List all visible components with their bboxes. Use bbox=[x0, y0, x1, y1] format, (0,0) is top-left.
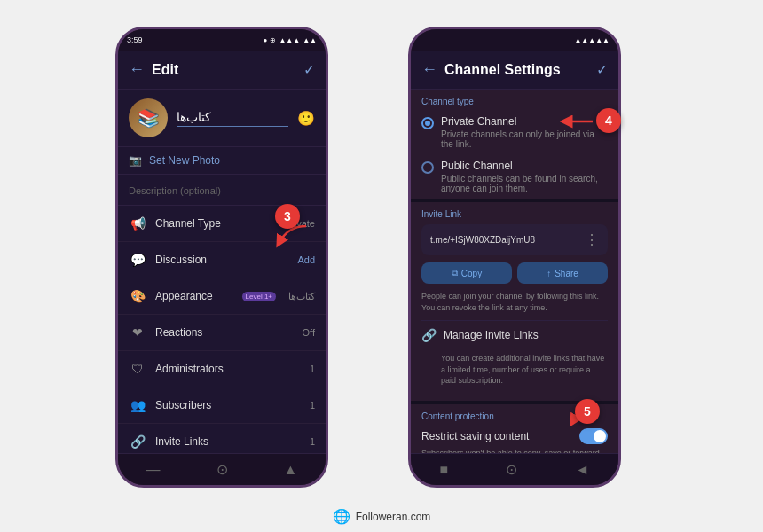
set-photo-label: Set New Photo bbox=[149, 154, 220, 167]
admins-icon: 🛡 bbox=[129, 360, 146, 378]
public-channel-label: Public Channel bbox=[441, 160, 608, 172]
status-time-1: 3:59 bbox=[127, 35, 143, 44]
arrow-4 bbox=[548, 111, 597, 133]
confirm-button-1[interactable]: ✓ bbox=[303, 61, 315, 78]
admins-value: 1 bbox=[310, 364, 315, 374]
reactions-value: Off bbox=[303, 327, 315, 338]
appearance-label: Appearance bbox=[155, 290, 233, 302]
public-channel-option[interactable]: Public Channel Public channels can be fo… bbox=[411, 154, 618, 199]
camera-icon: 📷 bbox=[129, 154, 142, 167]
header-2: ← Channel Settings ✓ bbox=[411, 51, 618, 90]
back-button-2[interactable]: ← bbox=[421, 60, 437, 79]
emoji-button[interactable]: 🙂 bbox=[297, 110, 315, 127]
step-5-badge: 5 bbox=[575, 399, 600, 424]
admins-label: Administrators bbox=[155, 363, 301, 375]
page-title-2: Channel Settings bbox=[444, 62, 596, 78]
channel-name[interactable]: کتاب‌ها bbox=[177, 110, 288, 127]
menu-item-invite-links[interactable]: 🔗 Invite Links 1 bbox=[118, 424, 326, 453]
channel-type-label: Channel Type bbox=[155, 217, 276, 230]
share-button[interactable]: ↑ Share bbox=[517, 262, 608, 284]
invite-links-value: 1 bbox=[310, 436, 315, 447]
footer-text: Followeran.com bbox=[356, 511, 431, 523]
channel-type-section: Channel type Private Channel Private cha… bbox=[411, 90, 618, 199]
manage-links-label: Manage Invite Links bbox=[444, 329, 539, 341]
invite-link-section: Invite Link t.me/+ISjW80XZDaijYmU8 ⋮ ⧉ C… bbox=[411, 199, 618, 401]
restrict-row: Restrict saving content bbox=[421, 428, 608, 444]
invite-link-description: People can join your channel by followin… bbox=[421, 291, 608, 313]
public-channel-desc: Public channels can be found in search, … bbox=[441, 174, 608, 193]
appearance-icon: 🎨 bbox=[129, 287, 146, 305]
bottom-nav-2: ■ ⊙ ◄ bbox=[411, 453, 618, 485]
reactions-icon: ❤ bbox=[129, 324, 146, 341]
discussion-label: Discussion bbox=[155, 254, 288, 266]
level-badge: Level 1+ bbox=[242, 292, 276, 301]
nav-back-1[interactable]: — bbox=[146, 462, 161, 478]
profile-section: 📚 کتاب‌ها 🙂 bbox=[118, 90, 326, 147]
invite-links-icon: 🔗 bbox=[129, 433, 146, 450]
page-title-1: Edit bbox=[152, 62, 303, 78]
discussion-icon: 💬 bbox=[129, 251, 146, 269]
footer-watermark: 🌐 Followeran.com bbox=[333, 508, 431, 525]
manage-invite-links-row[interactable]: 🔗 Manage Invite Links bbox=[421, 320, 608, 349]
menu-item-appearance[interactable]: 🎨 Appearance Level 1+ کتاب‌ها bbox=[118, 278, 326, 315]
invite-links-label: Invite Links bbox=[155, 435, 301, 448]
nav-forward-1[interactable]: ▲ bbox=[284, 462, 298, 478]
nav-home-1[interactable]: ⊙ bbox=[216, 461, 228, 478]
description-placeholder: Description (optional) bbox=[129, 185, 221, 196]
confirm-button-2[interactable]: ✓ bbox=[596, 61, 608, 78]
copy-label: Copy bbox=[461, 269, 482, 278]
menu-item-reactions[interactable]: ❤ Reactions Off bbox=[118, 315, 326, 351]
reactions-label: Reactions bbox=[155, 326, 294, 339]
header-1: ← Edit ✓ bbox=[118, 51, 326, 90]
restrict-label: Restrict saving content bbox=[421, 430, 529, 442]
invite-link-text: t.me/+ISjW80XZDaijYmU8 bbox=[430, 235, 535, 245]
invite-link-header: Invite Link bbox=[421, 209, 608, 224]
description-row[interactable]: Description (optional) bbox=[118, 175, 326, 206]
share-icon: ↑ bbox=[547, 269, 551, 278]
back-button-1[interactable]: ← bbox=[129, 60, 145, 79]
nav-back-2[interactable]: ■ bbox=[440, 462, 449, 478]
public-channel-radio[interactable] bbox=[421, 161, 434, 174]
step-4-badge: 4 bbox=[596, 108, 621, 133]
appearance-value: کتاب‌ها bbox=[288, 291, 315, 302]
manage-links-icon: 🔗 bbox=[421, 328, 437, 342]
manage-links-description: You can create additional invite links t… bbox=[421, 349, 608, 394]
nav-forward-2[interactable]: ◄ bbox=[576, 462, 590, 478]
copy-button[interactable]: ⧉ Copy bbox=[421, 262, 512, 284]
nav-home-2[interactable]: ⊙ bbox=[506, 461, 517, 478]
step-3-badge: 3 bbox=[275, 204, 300, 229]
channel-type-icon: 📢 bbox=[129, 215, 146, 232]
status-bar-1: 3:59 ●⊕▲▲▲▲▲ bbox=[118, 29, 326, 51]
status-icons-1: ●⊕▲▲▲▲▲ bbox=[264, 36, 317, 44]
invite-link-box: t.me/+ISjW80XZDaijYmU8 ⋮ bbox=[421, 224, 608, 255]
status-icons-2: ▲▲▲▲▲ bbox=[574, 36, 610, 44]
subscribers-label: Subscribers bbox=[155, 399, 301, 411]
private-channel-radio[interactable] bbox=[421, 117, 434, 129]
invite-buttons: ⧉ Copy ↑ Share bbox=[421, 262, 608, 284]
bottom-nav-1: — ⊙ ▲ bbox=[118, 453, 326, 485]
menu-item-subscribers[interactable]: 👥 Subscribers 1 bbox=[118, 387, 326, 424]
globe-icon: 🌐 bbox=[333, 508, 350, 525]
subscribers-value: 1 bbox=[310, 400, 315, 411]
content-protection-toggle[interactable] bbox=[579, 428, 608, 444]
avatar: 📚 bbox=[129, 98, 168, 137]
copy-icon: ⧉ bbox=[452, 268, 458, 278]
discussion-value: Add bbox=[297, 254, 315, 265]
status-bar-2: ▲▲▲▲▲ bbox=[411, 29, 618, 51]
share-label: Share bbox=[555, 269, 578, 278]
phone1: 3:59 ●⊕▲▲▲▲▲ ← Edit ✓ 📚 کتاب‌ها 🙂 📷 Set … bbox=[115, 27, 328, 488]
invite-link-menu[interactable]: ⋮ bbox=[585, 231, 599, 248]
set-photo-row[interactable]: 📷 Set New Photo bbox=[118, 147, 326, 175]
menu-item-admins[interactable]: 🛡 Administrators 1 bbox=[118, 351, 326, 387]
channel-type-section-header: Channel type bbox=[411, 90, 618, 110]
subscribers-icon: 👥 bbox=[129, 396, 146, 414]
